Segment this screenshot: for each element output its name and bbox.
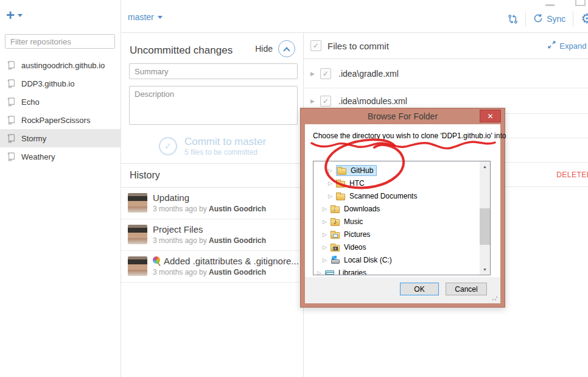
scrollbar-thumb[interactable] [480, 208, 490, 245]
expand-triangle-icon[interactable]: ▶ [310, 71, 315, 77]
commit-meta: 3 months ago by Austin Goodrich [153, 268, 266, 277]
tree-item-pictures[interactable]: ▷ Pictures [313, 228, 480, 241]
folder-icon [336, 179, 346, 188]
window-maximize-button[interactable] [575, 0, 586, 6]
resize-grip[interactable] [492, 295, 498, 301]
git-compare-icon[interactable] [508, 14, 518, 24]
collapse-circle-icon [278, 40, 295, 57]
tree-expand-icon[interactable]: ▷ [328, 167, 334, 174]
tree-item-libraries[interactable]: ▷ Libraries [313, 266, 480, 275]
repo-book-icon [7, 152, 15, 161]
local-disk-icon [331, 256, 340, 264]
scrollbar-down-icon[interactable]: ▼ [480, 264, 490, 275]
tree-expand-icon[interactable]: ▷ [323, 257, 328, 263]
commit-meta: 3 months ago by Austin Goodrich [153, 236, 266, 245]
file-checkbox[interactable]: ✓ [320, 96, 331, 107]
scrollbar-up-icon[interactable]: ▲ [480, 161, 490, 172]
lollipop-emoji-icon [153, 256, 161, 266]
gear-icon[interactable]: ⚙ [581, 11, 588, 27]
history-commit-row[interactable]: Updating 3 months ago by Austin Goodrich [121, 188, 304, 219]
commit-summary-input[interactable] [129, 63, 298, 79]
tree-expand-icon[interactable]: ▷ [323, 219, 328, 225]
tree-expand-icon[interactable]: ▷ [323, 244, 328, 250]
sync-icon [533, 13, 543, 25]
repo-list-item-selected[interactable]: Stormy [0, 129, 121, 147]
folder-tree: ▷ GitHub ▷ HTC ▷ Scanned Do [313, 161, 491, 275]
cancel-button[interactable]: Cancel [446, 283, 487, 295]
hide-label: Hide [255, 44, 273, 54]
tree-label: HTC [348, 178, 366, 188]
file-checkbox[interactable]: ✓ [320, 68, 331, 79]
window-minimize-button[interactable] [545, 4, 555, 6]
commit-author: Austin Goodrich [209, 236, 266, 245]
repo-book-icon [7, 79, 15, 88]
tree-scrollbar[interactable]: ▲ ▼ [480, 161, 490, 275]
tree-expand-icon[interactable]: ▷ [328, 180, 334, 186]
repo-name: RockPaperScissors [21, 116, 90, 125]
tree-item-videos[interactable]: ▷ Videos [313, 241, 480, 253]
expand-label: Expand all [559, 41, 588, 51]
repo-list-item[interactable]: DDP3.github.io [0, 74, 121, 93]
repo-list-item[interactable]: austingoodrich.github.io [0, 56, 121, 74]
dialog-footer: OK Cancel [305, 277, 500, 303]
tree-expand-icon[interactable]: ▷ [328, 193, 334, 199]
sync-label: Sync [547, 14, 565, 24]
select-all-files-checkbox[interactable]: ✓ [310, 40, 321, 51]
tree-expand-icon[interactable]: ▷ [323, 231, 328, 238]
close-icon[interactable]: ✕ [480, 110, 501, 122]
tree-label: Videos [343, 242, 367, 252]
tree-label: Pictures [343, 230, 371, 239]
dialog-title: Browse For Folder [368, 111, 438, 121]
tree-label: GitHub [349, 166, 374, 175]
commit-author: Austin Goodrich [209, 205, 266, 213]
expand-triangle-icon[interactable]: ▶ [310, 98, 315, 104]
repo-name: Weathery [21, 152, 55, 161]
tree-item-github[interactable]: ▷ GitHub [313, 164, 480, 177]
changes-panel: Uncommitted changes Hide ✓ Commit to mas… [121, 33, 304, 377]
tree-expand-icon[interactable]: ▷ [317, 270, 323, 276]
commit-title: Updating [153, 192, 189, 203]
dialog-titlebar: Browse For Folder [301, 108, 505, 124]
folder-tree-items: ▷ GitHub ▷ HTC ▷ Scanned Do [313, 164, 480, 275]
tree-label: Scanned Documents [348, 191, 418, 201]
file-status-deleted-badge: DELETED [556, 171, 588, 179]
repo-list-item[interactable]: Weathery [0, 147, 121, 166]
file-name: .idea\gradle.xml [338, 69, 399, 79]
tree-item-htc[interactable]: ▷ HTC [313, 177, 480, 189]
history-commit-row[interactable]: Added .gitattributes & .gitignore... 3 m… [121, 251, 304, 283]
commit-description-input[interactable] [129, 86, 298, 125]
repo-list-item[interactable]: Echo [0, 93, 121, 111]
hide-changes-button[interactable]: Hide [255, 40, 295, 57]
tree-expand-icon[interactable]: ▷ [323, 206, 328, 212]
files-header: ✓ Files to commit Expand all [304, 33, 588, 59]
filter-repositories-input[interactable] [5, 34, 115, 49]
tree-selection-highlight: GitHub [336, 165, 377, 176]
commit-title: Project Files [153, 224, 203, 234]
tree-item-music[interactable]: ▷ ♪ Music [313, 215, 480, 228]
repo-book-icon [7, 61, 15, 70]
expand-all-button[interactable]: Expand all [548, 41, 588, 51]
history-header: History [121, 163, 304, 188]
tree-item-local-disk-c[interactable]: ▷ Local Disk (C:) [313, 253, 480, 266]
repository-sidebar: + austingoodrich.github.io DDP3.github.i… [0, 0, 121, 377]
commit-button-subtext: 5 files to be committed [184, 148, 266, 157]
sync-button[interactable]: Sync [533, 13, 565, 25]
repo-book-icon [7, 97, 15, 107]
file-row[interactable]: ▶ ✓ .idea\gradle.xml [304, 59, 588, 88]
plus-icon: + [6, 9, 15, 22]
pictures-folder-icon [331, 230, 340, 239]
tree-item-scanned-documents[interactable]: ▷ Scanned Documents [313, 189, 480, 202]
file-name: .idea\modules.xml [338, 96, 407, 106]
ok-button[interactable]: OK [400, 283, 439, 295]
avatar [128, 193, 147, 213]
libraries-icon [325, 269, 335, 276]
tree-label: Local Disk (C:) [343, 255, 393, 265]
check-circle-icon: ✓ [159, 137, 177, 155]
commit-to-master-button[interactable]: ✓ Commit to master 5 files to be committ… [121, 129, 304, 163]
add-repository-button[interactable]: + [6, 9, 23, 22]
tree-item-downloads[interactable]: ▷ ↓ Downloads [313, 202, 480, 215]
branch-dropdown[interactable]: master [128, 12, 163, 22]
history-commit-row[interactable]: Project Files 3 months ago by Austin Goo… [121, 219, 304, 251]
repo-list-item[interactable]: RockPaperScissors [0, 111, 121, 129]
repo-name: DDP3.github.io [21, 79, 74, 88]
